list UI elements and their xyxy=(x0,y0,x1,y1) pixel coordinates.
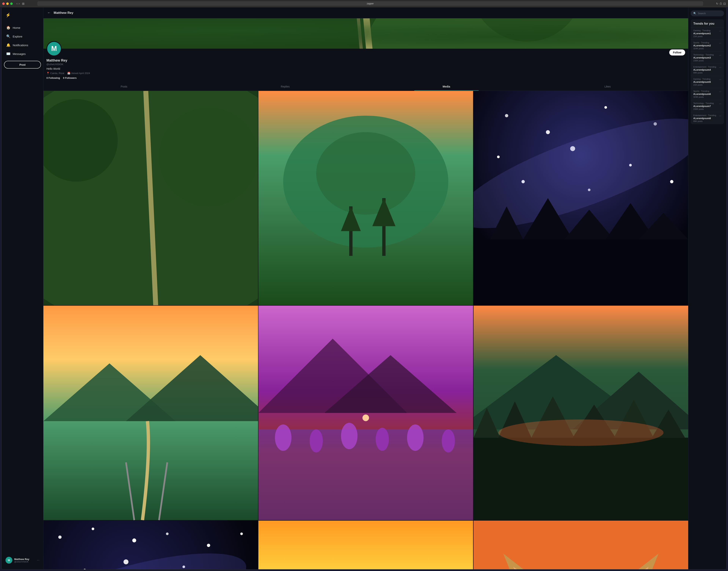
profile-avatar: M xyxy=(47,41,62,56)
svg-point-63 xyxy=(498,420,663,446)
profile-name: Matthew Rey xyxy=(47,59,685,63)
media-cell-1[interactable] xyxy=(43,91,258,305)
minimize-button[interactable] xyxy=(6,2,9,5)
trend-more-2[interactable]: ··· xyxy=(719,41,721,44)
media-cell-9[interactable] xyxy=(474,521,688,569)
trend-item-3[interactable]: Technology · Trending #LoremIpsum3 230K … xyxy=(691,51,724,64)
trend-more-7[interactable]: ··· xyxy=(719,102,721,105)
sidebar-item-notifications[interactable]: 🔔 Notifications xyxy=(4,41,41,49)
profile-tabs: Posts Replies Media Likes xyxy=(43,82,688,91)
media-cell-2[interactable] xyxy=(258,91,473,305)
profile-handle: @u0wUVtSlOK xyxy=(47,63,685,66)
trend-more-3[interactable]: ··· xyxy=(719,53,721,56)
tab-posts[interactable]: Posts xyxy=(43,82,204,91)
trend-posts-4: 89K posts xyxy=(693,72,716,74)
media-cell-4[interactable] xyxy=(43,306,258,520)
topbar-profile-name: Matthew Rey xyxy=(54,11,73,15)
sidebar-user-avatar: M xyxy=(5,557,12,564)
svg-rect-31 xyxy=(474,239,688,305)
forward-nav-button[interactable]: › xyxy=(19,2,19,5)
trend-more-8[interactable]: ··· xyxy=(719,114,721,117)
sidebar-user-handle: @u0wUVtSlOK xyxy=(14,561,35,563)
svg-rect-56 xyxy=(474,438,688,520)
trend-item-1[interactable]: Gaming · Trending #LoremIpsum1 21K posts… xyxy=(691,27,724,39)
trend-hashtag-8: #LoremIpsum8 xyxy=(693,117,716,120)
maximize-button[interactable] xyxy=(10,2,13,5)
trend-hashtag-1: #LoremIpsum1 xyxy=(693,32,711,35)
trend-item-4[interactable]: Entertainment · Trending #LoremIpsum4 89… xyxy=(691,64,724,76)
trend-category-5: Gaming · Trending xyxy=(693,78,711,80)
sidebar-item-home[interactable]: 🏠 Home xyxy=(4,24,41,32)
back-button[interactable]: ← xyxy=(47,10,52,15)
app-logo-icon: ⚡ xyxy=(4,11,41,19)
media-cell-8[interactable] xyxy=(258,521,473,569)
svg-rect-90 xyxy=(474,521,688,569)
url-text: zapper xyxy=(367,2,374,5)
sidebar-item-label-messages: Messages xyxy=(13,52,25,55)
search-input[interactable] xyxy=(698,12,721,15)
svg-point-66 xyxy=(92,528,94,530)
post-button[interactable]: Post xyxy=(4,61,41,69)
url-bar[interactable]: zapper xyxy=(37,1,703,6)
following-stat[interactable]: 0 Following xyxy=(47,77,60,79)
search-bar[interactable]: 🔍 xyxy=(691,10,724,16)
share-button[interactable]: ⎙ xyxy=(720,2,722,5)
sidebar-user[interactable]: M Matthew Rey @u0wUVtSlOK ··· xyxy=(4,555,41,566)
media-cell-6[interactable] xyxy=(474,306,688,520)
trend-item-2[interactable]: Sports · Trending #LoremIpsum2 324K post… xyxy=(691,39,724,51)
sidebar-item-messages[interactable]: ✉️ Messages xyxy=(4,50,41,58)
trend-more-1[interactable]: ··· xyxy=(719,29,721,32)
sidebar-item-label-notifications: Notifications xyxy=(13,43,28,47)
svg-point-50 xyxy=(407,425,424,451)
svg-point-65 xyxy=(58,535,62,539)
tab-replies[interactable]: Replies xyxy=(204,82,366,91)
trend-more-4[interactable]: ··· xyxy=(719,66,721,69)
trend-item-7[interactable]: Technology · Trending #LoremIpsum7 230K … xyxy=(691,100,724,112)
profile-location: 📍 Cainta, Rizal xyxy=(47,72,64,75)
trend-hashtag-4: #LoremIpsum4 xyxy=(693,69,716,71)
svg-point-29 xyxy=(670,180,673,183)
trend-item-5[interactable]: Gaming · Trending #LoremIpsum5 21K posts… xyxy=(691,76,724,88)
trend-more-5[interactable]: ··· xyxy=(719,78,721,81)
svg-point-70 xyxy=(240,532,243,535)
trend-category-8: Entertainment · Trending xyxy=(693,114,716,116)
app-window: ⚡ 🏠 Home 🔍 Explore 🔔 Notifications ✉️ Me… xyxy=(2,7,726,569)
sidebar-item-label-explore: Explore xyxy=(13,35,22,38)
trend-category-2: Sports · Trending xyxy=(693,41,711,44)
svg-point-21 xyxy=(546,130,550,134)
sidebar-toggle-button[interactable]: ⊞ xyxy=(22,2,24,5)
trend-more-6[interactable]: ··· xyxy=(719,90,721,93)
media-cell-3[interactable] xyxy=(474,91,688,305)
back-nav-button[interactable]: ‹ xyxy=(16,2,17,5)
explore-icon: 🔍 xyxy=(6,34,10,38)
svg-point-22 xyxy=(605,106,607,109)
home-icon: 🏠 xyxy=(6,25,10,30)
media-cell-5[interactable] xyxy=(258,306,473,520)
trend-category-1: Gaming · Trending xyxy=(693,29,711,32)
trend-posts-5: 21K posts xyxy=(693,84,711,86)
messages-icon: ✉️ xyxy=(6,52,10,56)
media-cell-7[interactable] xyxy=(43,521,258,569)
close-button[interactable] xyxy=(2,2,5,5)
trend-hashtag-6: #LoremIpsum6 xyxy=(693,93,711,96)
sidebar: ⚡ 🏠 Home 🔍 Explore 🔔 Notifications ✉️ Me… xyxy=(2,7,43,569)
svg-point-69 xyxy=(207,544,210,547)
trends-container: Trends for you Gaming · Trending #LoremI… xyxy=(691,19,724,124)
more-options-icon[interactable]: ··· xyxy=(37,559,39,562)
follow-button[interactable]: Follow xyxy=(669,49,685,55)
location-icon: 📍 xyxy=(47,72,50,75)
trend-item-8[interactable]: Entertainment · Trending #LoremIpsum8 89… xyxy=(691,112,724,124)
reload-button[interactable]: ↻ xyxy=(716,2,718,5)
trend-category-4: Entertainment · Trending xyxy=(693,66,716,68)
trend-posts-1: 21K posts xyxy=(693,35,711,37)
followers-stat[interactable]: 0 Followers xyxy=(63,77,77,79)
new-tab-button[interactable]: ⊡ xyxy=(723,2,726,5)
search-icon: 🔍 xyxy=(693,12,696,15)
profile-info-section: M Follow Matthew Rey @u0wUVtSlOK Hello W… xyxy=(43,41,688,82)
tab-media[interactable]: Media xyxy=(366,82,527,91)
sidebar-item-explore[interactable]: 🔍 Explore xyxy=(4,32,41,40)
profile-joined: 📅 Joined April 2024 xyxy=(67,72,90,75)
trends-title: Trends for you xyxy=(691,19,724,27)
trend-item-6[interactable]: Sports · Trending #LoremIpsum6 324K post… xyxy=(691,88,724,100)
tab-likes[interactable]: Likes xyxy=(527,82,688,91)
